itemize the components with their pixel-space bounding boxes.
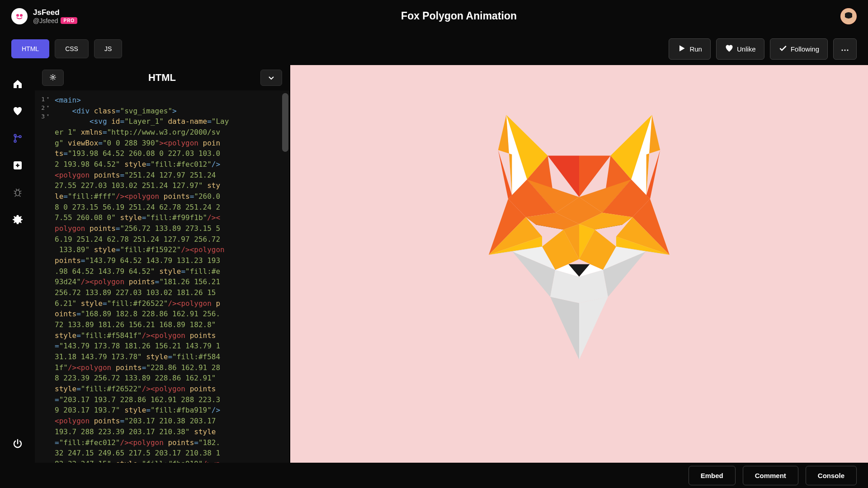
- svg-point-7: [847, 49, 849, 51]
- tab-js[interactable]: JS: [94, 39, 122, 58]
- branch-icon[interactable]: [11, 132, 24, 145]
- home-icon[interactable]: [11, 78, 24, 90]
- following-label: Following: [791, 45, 819, 53]
- pro-badge: PRO: [61, 17, 77, 24]
- play-icon: [677, 44, 686, 54]
- line-num: 2: [41, 103, 45, 112]
- code-editor[interactable]: 1▾ 2▾ 3▾ <main> <div class="svg_images">…: [35, 90, 289, 463]
- svg-point-10: [19, 136, 21, 138]
- unlike-label: Unlike: [737, 45, 756, 53]
- handle-text: @Jsfeed: [33, 17, 58, 24]
- svg-point-5: [842, 49, 843, 51]
- gear-icon[interactable]: [11, 213, 24, 226]
- svg-point-13: [52, 76, 54, 78]
- run-label: Run: [689, 45, 702, 53]
- tab-css[interactable]: CSS: [55, 39, 89, 58]
- ellipsis-icon: [841, 45, 849, 53]
- console-button[interactable]: Console: [806, 466, 857, 485]
- more-button[interactable]: [833, 38, 857, 60]
- left-sidebar: [0, 65, 35, 463]
- svg-point-8: [14, 134, 16, 136]
- gear-small-icon: [49, 73, 57, 83]
- line-num: 3: [41, 112, 45, 121]
- line-gutter: 1▾ 2▾ 3▾: [35, 90, 53, 463]
- add-icon[interactable]: [11, 159, 24, 172]
- preview-pane: [290, 65, 868, 463]
- brand-logo: [11, 8, 28, 24]
- svg-marker-57: [579, 297, 608, 360]
- editor-settings-button[interactable]: [42, 70, 64, 86]
- embed-button[interactable]: Embed: [689, 466, 736, 485]
- fox-svg-output: [489, 115, 670, 360]
- editor-panel: HTML 1▾ 2▾ 3▾ <main> <div class="svg_ima…: [35, 65, 290, 463]
- svg-point-3: [846, 15, 848, 17]
- bug-icon[interactable]: [11, 186, 24, 199]
- heart-icon: [725, 44, 734, 54]
- tab-html[interactable]: HTML: [11, 39, 49, 58]
- user-avatar[interactable]: [840, 8, 857, 24]
- editor-scrollbar[interactable]: [282, 93, 288, 152]
- check-icon: [778, 44, 788, 54]
- line-num: 1: [41, 95, 45, 103]
- editor-dropdown-button[interactable]: [260, 70, 282, 86]
- svg-point-4: [850, 15, 851, 17]
- code-body[interactable]: <main> <div class="svg_images"> <svg id=…: [53, 90, 289, 463]
- editor-title: HTML: [148, 72, 176, 84]
- svg-point-6: [844, 49, 846, 51]
- run-button[interactable]: Run: [669, 38, 711, 60]
- svg-point-12: [15, 190, 19, 196]
- heart-nav-icon[interactable]: [11, 105, 24, 117]
- brand-block[interactable]: JsFeed @Jsfeed PRO: [11, 8, 77, 24]
- brand-name: JsFeed: [33, 8, 77, 17]
- power-icon[interactable]: [11, 437, 24, 450]
- svg-point-9: [14, 140, 16, 142]
- following-button[interactable]: Following: [770, 38, 828, 60]
- caret-down-icon: [269, 75, 274, 81]
- brand-handle: @Jsfeed PRO: [33, 17, 77, 24]
- svg-point-0: [16, 14, 19, 17]
- svg-point-1: [20, 14, 23, 17]
- unlike-button[interactable]: Unlike: [716, 38, 764, 60]
- comment-button[interactable]: Comment: [743, 466, 798, 485]
- page-title: Fox Polygon Animation: [77, 10, 840, 22]
